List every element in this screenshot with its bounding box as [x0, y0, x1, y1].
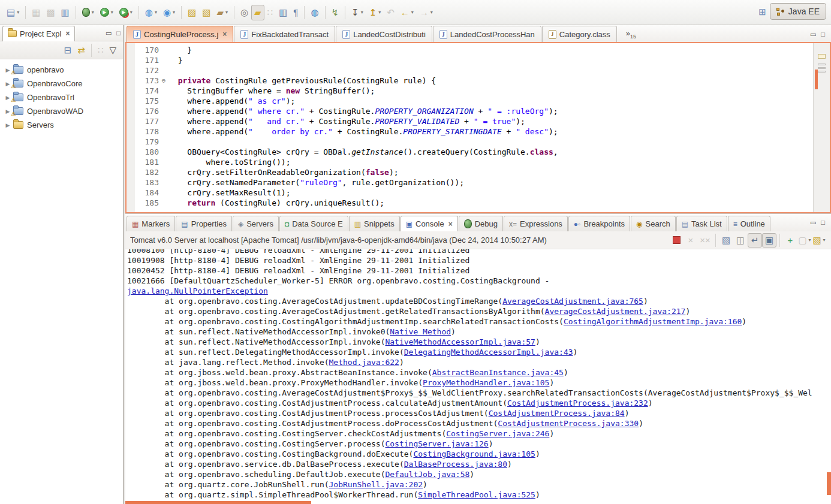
export-button[interactable]: ▧: [199, 5, 213, 20]
editor-tab-landedcostprocesshan[interactable]: JLandedCostProcessHan: [433, 26, 541, 42]
minimize-icon[interactable]: ▭: [810, 219, 816, 227]
fold-collapse-icon[interactable]: ⊖: [159, 76, 168, 86]
collapse-all-button[interactable]: ⊟: [61, 43, 75, 58]
tree-item-openbravotrl[interactable]: ▶⚠OpenbravoTrl: [0, 90, 123, 104]
tree-item-openbravocore[interactable]: ▶⚠OpenbravoCore: [0, 77, 123, 90]
plugin-search-button[interactable]: ◎: [237, 5, 251, 20]
dropdown-arrow-icon[interactable]: ▾: [92, 10, 94, 15]
new-web-service-button[interactable]: ◍▾: [142, 5, 160, 20]
back-button[interactable]: ←▾: [398, 5, 417, 20]
stack-trace-link[interactable]: DalBaseProcess.java:80: [404, 460, 507, 469]
close-icon[interactable]: ×: [222, 30, 227, 38]
dropdown-arrow-icon[interactable]: ▾: [809, 237, 811, 243]
annotation-pen-button[interactable]: ▰▾: [213, 5, 231, 20]
link-with-editor-toggle[interactable]: ⇄: [74, 43, 88, 58]
stack-trace-link[interactable]: CostingServer.java:126: [385, 439, 488, 448]
tab-outline[interactable]: ≡Outline: [728, 216, 770, 231]
new-wizard-button[interactable]: ▤▾: [4, 5, 22, 20]
minimize-icon[interactable]: ▭: [810, 31, 816, 38]
close-icon[interactable]: ×: [65, 29, 70, 38]
validation-button[interactable]: ↯: [329, 5, 342, 20]
mark-occurrences-toggle[interactable]: ▰: [251, 5, 264, 20]
import-button[interactable]: ▨: [185, 5, 199, 20]
dropdown-arrow-icon[interactable]: ▾: [823, 237, 826, 243]
dropdown-arrow-icon[interactable]: ▾: [411, 10, 414, 15]
console-output[interactable]: 10008100 [http-8180-4] DEBUG reloadXml -…: [125, 249, 831, 504]
maximize-icon[interactable]: □: [821, 219, 825, 227]
minimize-icon[interactable]: ▭: [106, 29, 112, 37]
dropdown-arrow-icon[interactable]: ▾: [378, 10, 381, 15]
tab-markers[interactable]: ▦Markers: [127, 216, 175, 231]
pin-console-toggle[interactable]: +: [783, 233, 797, 248]
overview-ruler[interactable]: [813, 43, 830, 212]
stack-trace-link[interactable]: DelegatingMethodAccessorImpl.java:43: [404, 348, 573, 357]
stack-trace-link[interactable]: DefaultJob.java:58: [385, 470, 469, 479]
next-annotation-button[interactable]: ↧▾: [348, 5, 366, 20]
dropdown-arrow-icon[interactable]: ▾: [430, 10, 433, 15]
tab-breakpoints[interactable]: ●◦Breakpoints: [568, 216, 630, 231]
tab-debug[interactable]: Debug: [459, 216, 503, 231]
tree-item-openbravo[interactable]: ▶⚠openbravo: [0, 63, 123, 77]
tab-expressions[interactable]: x=Expressions: [504, 216, 568, 231]
debug-button[interactable]: ▾: [79, 5, 97, 20]
web-browser-button[interactable]: ◍: [308, 5, 321, 20]
tab-snippets[interactable]: ▥Snippets: [349, 216, 400, 231]
dropdown-arrow-icon[interactable]: ▾: [361, 10, 363, 15]
stack-trace-link[interactable]: CostingServer.java:246: [446, 429, 549, 438]
show-console-on-output-toggle[interactable]: ▣: [762, 233, 776, 248]
console-horizontal-scrollbar[interactable]: [125, 501, 311, 504]
tree-item-openbravowad[interactable]: ▶⚠OpenbravoWAD: [0, 104, 123, 118]
close-icon[interactable]: ×: [448, 220, 453, 228]
dropdown-arrow-icon[interactable]: ▾: [155, 10, 157, 15]
tree-item-servers[interactable]: ▶Servers: [0, 118, 123, 132]
stack-trace-link[interactable]: AverageCostAdjustment.java:217: [545, 307, 686, 316]
stack-trace-link[interactable]: java.lang.NullPointerException: [127, 286, 268, 295]
overview-occurrence-marker[interactable]: [815, 70, 818, 89]
print-button[interactable]: ▥: [58, 5, 73, 20]
tab-task-list[interactable]: ▤Task List: [676, 216, 727, 231]
scroll-lock-toggle[interactable]: ◫: [733, 233, 748, 248]
stack-trace-link[interactable]: CostAdjustmentProcess.java:232: [507, 399, 648, 408]
stack-trace-link[interactable]: CostAdjustmentProcess.java:330: [498, 419, 639, 428]
show-source-button[interactable]: ▥: [276, 5, 290, 20]
perspective-java-ee-button[interactable]: Java EE: [770, 3, 826, 20]
stack-trace-link[interactable]: SimpleThreadPool.java:525: [418, 490, 535, 499]
editor-tab-costingruleprocess-j[interactable]: JCostingRuleProcess.j×: [127, 26, 233, 42]
editor-tab-category-class[interactable]: JCategory.class: [542, 26, 617, 42]
show-whitespace-button[interactable]: ¶: [290, 5, 301, 20]
expand-arrow-icon[interactable]: ▶: [4, 122, 12, 128]
web-services-explorer-button[interactable]: ◉▾: [160, 5, 178, 20]
view-menu-button[interactable]: ▽: [106, 43, 119, 58]
more-editors-chevron[interactable]: »15: [626, 29, 636, 40]
console-vertical-scrollbar[interactable]: [827, 472, 831, 495]
open-console-button[interactable]: ▧▾: [812, 233, 826, 248]
tab-project-explorer[interactable]: Project Expl ×: [2, 26, 75, 41]
run-button[interactable]: ▶▾: [97, 5, 116, 20]
stack-trace-link[interactable]: ProxyMethodHandler.java:105: [423, 378, 549, 387]
dropdown-arrow-icon[interactable]: ▾: [130, 10, 133, 15]
dropdown-arrow-icon[interactable]: ▾: [173, 10, 175, 15]
stack-trace-link[interactable]: AbstractBeanInstance.java:45: [432, 368, 564, 377]
code-area[interactable]: 170 }171 }172173⊖ private CostingRule ge…: [135, 43, 813, 212]
dropdown-arrow-icon[interactable]: ▾: [225, 10, 228, 15]
terminate-button[interactable]: [669, 233, 684, 248]
stack-trace-link[interactable]: JobRunShell.java:202: [329, 480, 423, 489]
stack-trace-link[interactable]: CostingBackground.java:105: [413, 449, 535, 458]
clear-console-button[interactable]: ▧: [719, 233, 733, 248]
tab-properties[interactable]: ▤Properties: [176, 216, 232, 231]
stack-trace-link[interactable]: CostingAlgorithmAdjustmentImp.java:160: [564, 317, 742, 326]
previous-annotation-button[interactable]: ↥▾: [366, 5, 384, 20]
stack-trace-link[interactable]: NativeMethodAccessorImpl.java:57: [385, 337, 535, 346]
open-perspective-icon[interactable]: ⊞: [758, 7, 766, 16]
editor-tab-fixbackdatedtransact[interactable]: JFixBackdatedTransact: [234, 26, 335, 42]
run-external-tools-button[interactable]: ▶▾: [116, 5, 136, 20]
dropdown-arrow-icon[interactable]: ▾: [17, 10, 19, 15]
editor-tab-landedcostdistributi[interactable]: JLandedCostDistributi: [336, 26, 432, 42]
tab-search[interactable]: ◉Search: [631, 216, 676, 231]
java-editor[interactable]: 170 }171 }172173⊖ private CostingRule ge…: [125, 42, 831, 213]
word-wrap-toggle[interactable]: ↵: [748, 233, 762, 248]
maximize-icon[interactable]: □: [821, 31, 825, 38]
stack-trace-link[interactable]: AverageCostAdjustment.java:765: [502, 297, 643, 306]
stack-trace-link[interactable]: CostAdjustmentProcess.java:84: [489, 409, 625, 418]
maximize-icon[interactable]: □: [116, 29, 121, 37]
